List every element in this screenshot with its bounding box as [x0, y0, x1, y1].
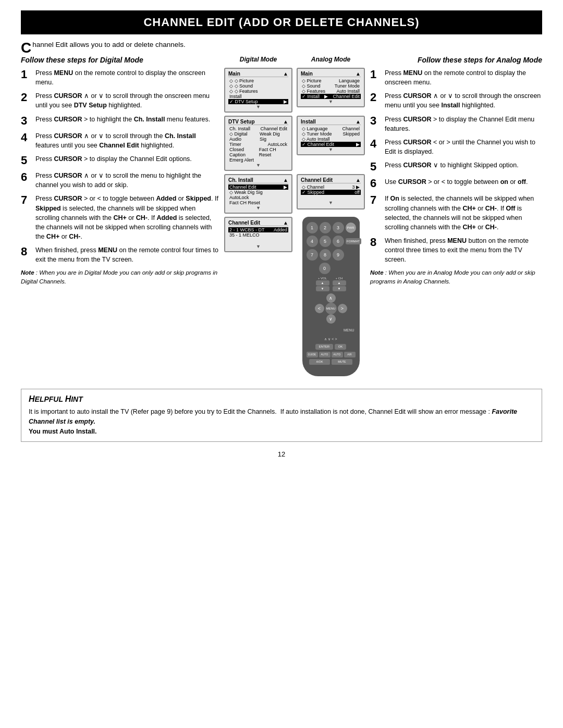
step-text: Press CURSOR < or > until the Channel yo…	[385, 138, 542, 156]
remote-placeholder: 1 2 3 PWR 4 5 6 FORMAT 7	[297, 217, 365, 376]
analog-screen-3: Channel Edit▲ ◇ Channel3 ▶ ✓ Skippedoff …	[297, 174, 365, 215]
step-text: When finished, press MENU button on the …	[385, 236, 542, 264]
digital-step-5: 5 Press CURSOR > to display the Channel …	[21, 154, 219, 167]
step-text: Press CURSOR ∧ or ∨ to scroll through th…	[35, 131, 219, 150]
digital-mode-label: Digital Mode	[224, 56, 292, 63]
vol-label: + VOL	[318, 277, 327, 280]
menu-text-label: MENU	[344, 328, 354, 332]
step-number: 8	[21, 245, 32, 258]
remote-btn-power[interactable]: PWR	[346, 223, 356, 233]
step-number: 5	[21, 154, 32, 167]
ch-down-btn[interactable]: ▼	[333, 286, 346, 291]
guide-btn[interactable]: GUIDE	[307, 352, 318, 357]
analog-step-8: 8 When finished, press MENU button on th…	[370, 236, 542, 264]
remote-btn-7[interactable]: 7	[307, 249, 318, 261]
digital-step-8: 8 When finished, press MENU on the remot…	[21, 245, 219, 264]
step-text: Use CURSOR > or < to toggle between on o…	[385, 177, 542, 187]
mute-btn[interactable]: MUTE	[332, 359, 352, 365]
auto2-btn[interactable]: AUTO	[332, 352, 343, 357]
digital-screen-2: DTV Setup▲ Ch. InstallChannel Edit ◇ Dig…	[224, 116, 292, 172]
digital-step-1: 1 Press MENU on the remote control to di…	[21, 68, 219, 87]
digital-step-3: 3 Press CURSOR > to highlight the Ch. In…	[21, 115, 219, 127]
vol-up-btn[interactable]: ▲	[316, 280, 329, 286]
remote-btn-3[interactable]: 3	[333, 222, 344, 233]
step-number: 6	[370, 177, 382, 190]
ok-btn[interactable]: OK	[335, 344, 346, 350]
analog-step-6: 6 Use CURSOR > or < to toggle between on…	[370, 177, 542, 190]
step-text: Press CURSOR > or < to toggle between Ad…	[35, 194, 219, 241]
step-number: 3	[370, 115, 382, 127]
remote-btn-6[interactable]: 6	[333, 236, 344, 247]
remote-btn-format[interactable]: FORMAT	[346, 238, 361, 244]
analog-screen-2: Install▲ ◇ LanguageChannel ◇ Tuner ModeS…	[297, 116, 365, 172]
digital-note: Note : When you are in Digital Mode you …	[21, 268, 219, 286]
step-text: Press CURSOR ∨ to highlight Skipped opti…	[385, 161, 542, 170]
digital-step-6: 6 Press CURSOR ∧ or ∨ to scroll the menu…	[21, 171, 219, 190]
page-number: 12	[21, 450, 542, 458]
analog-step-3: 3 Press CURSOR > to display the Channel …	[370, 115, 542, 133]
step-number: 8	[370, 236, 382, 249]
step-text: Press CURSOR > to highlight the Ch. Inst…	[35, 115, 219, 124]
analog-step-1: 1 Press MENU on the remote control to di…	[370, 68, 542, 87]
remote-btn-5[interactable]: 5	[320, 236, 331, 247]
step-number: 2	[370, 91, 382, 104]
air-btn[interactable]: A/R	[344, 352, 356, 357]
step-text: Press MENU on the remote control to disp…	[35, 68, 219, 87]
remote-btn-8[interactable]: 8	[320, 249, 331, 261]
digital-screen-1: Main▲ ◇ Picture ◇ Sound ◇ Features Insta…	[224, 68, 292, 114]
screens-remote-col: Digital Mode Analog Mode Main▲ ◇ Picture…	[224, 56, 365, 378]
step-number: 4	[370, 138, 382, 150]
remote-btn-2[interactable]: 2	[320, 222, 331, 233]
helpful-hint-box: HELPFUL HINT It is important to auto ins…	[21, 389, 542, 442]
digital-screen-4: Channel Edit▲ 2 - 1 WCBS - DTAdded 35 - …	[224, 217, 292, 376]
aok-btn[interactable]: A/OK	[309, 359, 330, 365]
vol-down-btn[interactable]: ▼	[316, 286, 329, 291]
analog-screen-1: Main▲ ◇ PictureLanguage ◇ SoundTuner Mod…	[297, 68, 365, 114]
step-text: If On is selected, the channels will be …	[385, 194, 542, 232]
remote-btn-1[interactable]: 1	[307, 222, 318, 233]
step-text: Press MENU on the remote control to disp…	[385, 68, 542, 87]
analog-mode-label: Analog Mode	[297, 56, 365, 63]
step-text: Press CURSOR > to display the Channel Ed…	[385, 115, 542, 133]
analog-step-4: 4 Press CURSOR < or > until the Channel …	[370, 138, 542, 156]
analog-step-2: 2 Press CURSOR ∧ or ∨ to scroll through …	[370, 91, 542, 110]
digital-step-4: 4 Press CURSOR ∧ or ∨ to scroll through …	[21, 131, 219, 150]
hint-title-H2: H	[65, 394, 71, 403]
step-number: 6	[21, 171, 32, 183]
step-number: 7	[21, 194, 32, 206]
step-number: 2	[21, 91, 32, 104]
step-number: 5	[370, 161, 382, 173]
remote-control: 1 2 3 PWR 4 5 6 FORMAT 7	[302, 217, 360, 376]
hint-body: It is important to auto install the TV (…	[29, 407, 534, 436]
step-text: Press CURSOR > to display the Channel Ed…	[35, 154, 219, 164]
step-text: When finished, press MENU on the remote …	[35, 245, 219, 264]
step-text: Press CURSOR ∧ or ∨ to scroll through th…	[385, 91, 542, 110]
cursor-directions-label: ∧ ∨ < >	[324, 337, 337, 341]
cursor-up-btn[interactable]: ∧	[326, 293, 336, 303]
analog-note: Note : When you are in Analog Mode you c…	[370, 268, 542, 286]
remote-btn-0[interactable]: 0	[319, 263, 331, 274]
hint-title-H: H	[29, 394, 35, 403]
drop-cap: C	[21, 41, 31, 55]
enter-btn[interactable]: ENTER	[315, 344, 333, 350]
remote-btn-4[interactable]: 4	[307, 236, 318, 247]
step-number: 3	[21, 115, 32, 127]
page-title: CHANNEL EDIT (ADD OR DELETE CHANNELS)	[21, 10, 542, 34]
ch-up-btn[interactable]: ▲	[333, 280, 346, 286]
analog-step-5: 5 Press CURSOR ∨ to highlight Skipped op…	[370, 161, 542, 173]
auto-btn[interactable]: AUTO	[319, 352, 331, 357]
step-text: Press CURSOR ∧ or ∨ to scroll through th…	[35, 91, 219, 110]
analog-section-header: Follow these steps for Analog Mode	[370, 56, 542, 64]
cursor-right-btn[interactable]: >	[338, 304, 347, 313]
remote-btn-9[interactable]: 9	[333, 249, 344, 261]
hint-title: HELPFUL HINT	[29, 394, 534, 404]
step-text: Press CURSOR ∧ or ∨ to scroll the menu t…	[35, 171, 219, 190]
cursor-left-btn[interactable]: <	[315, 304, 324, 313]
intro-text: Channel Edit allows you to add or delete…	[21, 41, 542, 48]
cursor-down-btn[interactable]: ∨	[326, 314, 336, 324]
digital-section-header: Follow these steps for Digital Mode	[21, 56, 219, 64]
digital-step-2: 2 Press CURSOR ∧ or ∨ to scroll through …	[21, 91, 219, 110]
step-number: 1	[370, 68, 382, 81]
digital-step-7: 7 Press CURSOR > or < to toggle between …	[21, 194, 219, 241]
menu-center-btn[interactable]: MENU	[325, 303, 337, 314]
